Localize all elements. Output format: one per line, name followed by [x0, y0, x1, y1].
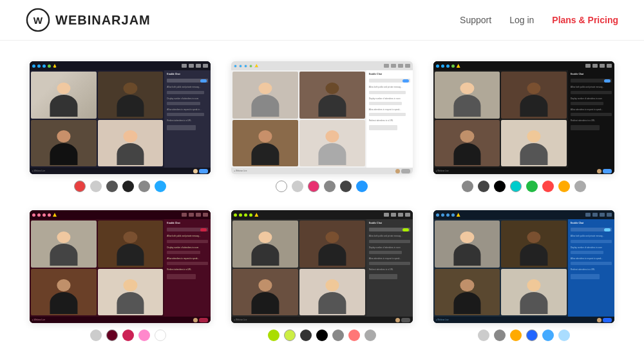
swatch[interactable] — [478, 329, 489, 341]
swatches-dark2 — [462, 181, 586, 192]
theme-preview-darkgray[interactable]: Enable Chat Allow both public and privat… — [231, 210, 412, 323]
theme-preview-dark[interactable]: Enable Chat Allow both public and privat… — [30, 61, 211, 174]
swatch[interactable] — [478, 181, 489, 192]
swatch[interactable] — [300, 329, 312, 341]
swatch[interactable] — [138, 329, 150, 341]
nav-login[interactable]: Log in — [509, 15, 534, 25]
swatch[interactable] — [510, 181, 522, 192]
swatch[interactable] — [365, 329, 376, 341]
theme-cell-dark: Enable Chat Allow both public and privat… — [19, 54, 221, 202]
nav-plans[interactable]: Plans & Pricing — [552, 15, 618, 25]
theme-preview-maroon[interactable]: Enable Chat Allow both public and privat… — [30, 210, 211, 323]
swatch[interactable] — [510, 329, 522, 341]
swatches-blue — [478, 329, 570, 341]
swatch[interactable] — [90, 329, 102, 341]
swatches-dark — [74, 181, 166, 192]
swatch[interactable] — [332, 329, 344, 341]
swatch[interactable] — [122, 181, 134, 192]
swatch[interactable] — [526, 181, 538, 192]
theme-cell-maroon: Enable Chat Allow both public and privat… — [19, 202, 221, 351]
theme-preview-dark2[interactable]: Enable Chat Allow both public and privat… — [433, 61, 614, 174]
swatch[interactable] — [542, 181, 554, 192]
swatch[interactable] — [276, 181, 287, 192]
logo-text: WEBINARJAM — [55, 13, 151, 28]
swatch[interactable] — [348, 329, 360, 341]
swatch[interactable] — [122, 329, 134, 341]
swatch[interactable] — [558, 181, 570, 192]
swatch[interactable] — [324, 181, 336, 192]
swatch[interactable] — [574, 181, 586, 192]
theme-cell-light: Enable Chat Allow both public and privat… — [221, 54, 422, 202]
swatch[interactable] — [542, 329, 554, 341]
swatch[interactable] — [90, 181, 102, 192]
theme-preview-blue[interactable]: Enable Chat Allow both public and privat… — [433, 210, 614, 323]
nav-support[interactable]: Support — [460, 15, 491, 25]
swatch[interactable] — [74, 181, 86, 192]
swatch[interactable] — [292, 181, 303, 192]
swatch[interactable] — [356, 181, 368, 192]
swatch[interactable] — [526, 329, 538, 341]
theme-cell-darkgray: Enable Chat Allow both public and privat… — [221, 202, 422, 351]
swatch[interactable] — [106, 329, 118, 341]
swatches-darkgray — [268, 329, 376, 341]
swatch[interactable] — [155, 329, 166, 341]
swatch[interactable] — [340, 181, 352, 192]
theme-preview-light[interactable]: Enable Chat Allow both public and privat… — [231, 61, 412, 174]
swatch[interactable] — [138, 181, 150, 192]
swatch[interactable] — [494, 181, 506, 192]
swatch[interactable] — [558, 329, 570, 341]
swatch[interactable] — [494, 329, 506, 341]
main-nav: Support Log in Plans & Pricing — [460, 15, 618, 25]
svg-text:W: W — [33, 15, 43, 26]
theme-cell-blue: Enable Chat Allow both public and privat… — [423, 202, 625, 351]
swatch[interactable] — [268, 329, 279, 341]
logo: W WEBINARJAM — [26, 8, 151, 32]
swatch[interactable] — [284, 329, 296, 341]
theme-cell-dark2: Enable Chat Allow both public and privat… — [423, 54, 625, 202]
swatch[interactable] — [155, 181, 166, 192]
swatches-maroon — [74, 329, 166, 341]
swatch[interactable] — [308, 181, 319, 192]
swatch[interactable] — [316, 329, 328, 341]
swatches-light — [276, 181, 368, 192]
swatch[interactable] — [74, 329, 86, 341]
themes-grid: Enable Chat Allow both public and privat… — [0, 41, 644, 354]
swatch[interactable] — [106, 181, 118, 192]
swatch[interactable] — [462, 181, 473, 192]
logo-icon: W — [26, 8, 50, 32]
